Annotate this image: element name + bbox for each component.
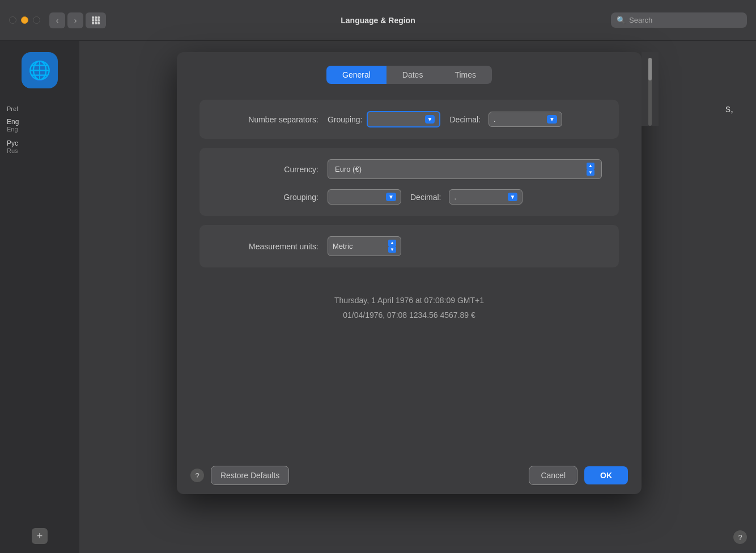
number-separators-section: Number separators: Grouping: ▼ Decimal: … [199, 100, 619, 139]
decimal-label: Decimal: [449, 115, 480, 124]
tab-times[interactable]: Times [439, 66, 492, 84]
main-area: 🌐 Pref Eng Eng Pyc Rus + s, General Date… [0, 41, 756, 553]
maximize-button[interactable] [33, 16, 40, 24]
nav-buttons: ‹ › [49, 12, 83, 28]
currency-value: Euro (€) [335, 165, 583, 173]
preview-line1: Thursday, 1 April 1976 at 07:08:09 GMT+1 [199, 293, 619, 308]
bottom-help: ? [733, 530, 747, 544]
currency-section: Currency: Euro (€) ▲ ▼ Grouping: [199, 148, 619, 216]
sidebar-list: Pref Eng Eng Pyc Rus [0, 103, 79, 158]
dialog-footer: ? Restore Defaults Cancel OK [177, 457, 642, 494]
cancel-button[interactable]: Cancel [529, 466, 577, 485]
sidebar-section-title: Pref [0, 103, 79, 114]
window-controls [9, 16, 40, 24]
language-region-dialog: General Dates Times Number separators: G… [177, 52, 642, 494]
currency-decimal-label: Decimal: [410, 193, 441, 202]
help-button[interactable]: ? [190, 469, 204, 482]
scrollbar-thumb[interactable] [648, 58, 652, 80]
svg-rect-7 [95, 22, 97, 24]
search-bar[interactable]: 🔍 [611, 12, 747, 28]
svg-rect-2 [97, 16, 100, 19]
app-icon: 🌐 [22, 52, 58, 88]
number-separators-label: Number separators: [216, 115, 318, 124]
right-panel [642, 52, 659, 126]
ok-button[interactable]: OK [584, 466, 628, 484]
svg-rect-4 [95, 19, 97, 22]
currency-grouping-label: Grouping: [216, 193, 318, 202]
grouping-label: Grouping: [328, 115, 362, 124]
decimal-dropdown[interactable]: . ▼ [489, 112, 562, 127]
tab-general[interactable]: General [326, 66, 387, 84]
search-input[interactable] [629, 16, 741, 24]
preview-section: Thursday, 1 April 1976 at 07:08:09 GMT+1… [199, 276, 619, 327]
scrollbar-track[interactable] [648, 58, 652, 126]
search-icon: 🔍 [617, 16, 626, 24]
add-language-button[interactable]: + [32, 528, 48, 544]
currency-label: Currency: [216, 165, 318, 174]
minimize-button[interactable] [21, 16, 28, 24]
list-item[interactable]: Pyc Rus [0, 136, 79, 158]
window-title: Language & Region [341, 16, 415, 25]
measurement-section: Measurement units: Metric ▲ ▼ [199, 225, 619, 267]
svg-rect-6 [92, 22, 94, 24]
svg-rect-8 [97, 22, 100, 24]
list-item[interactable]: Eng Eng [0, 114, 79, 136]
grouping-arrow-icon: ▼ [425, 115, 435, 124]
measurement-row: Measurement units: Metric ▲ ▼ [216, 236, 602, 256]
preview-line2: 01/04/1976, 07:08 1234.56 4567.89 € [199, 308, 619, 322]
grouping-dropdown[interactable]: ▼ [367, 111, 440, 127]
svg-rect-3 [92, 19, 94, 22]
svg-rect-1 [95, 16, 97, 19]
measurement-stepper-icon: ▲ ▼ [388, 240, 396, 253]
tab-dates[interactable]: Dates [387, 66, 439, 84]
measurement-dropdown[interactable]: Metric ▲ ▼ [328, 236, 401, 256]
partial-text: s, [725, 103, 733, 115]
title-bar: ‹ › Language & Region 🔍 [0, 0, 756, 41]
forward-button[interactable]: › [67, 12, 83, 28]
currency-decimal-dropdown[interactable]: . ▼ [449, 189, 523, 205]
decimal-arrow-icon: ▼ [547, 115, 557, 124]
svg-rect-0 [92, 16, 94, 19]
sidebar: 🌐 Pref Eng Eng Pyc Rus + [0, 41, 79, 553]
currency-row: Currency: Euro (€) ▲ ▼ [216, 159, 602, 179]
number-separators-row: Number separators: Grouping: ▼ Decimal: … [216, 111, 602, 127]
grid-button[interactable] [86, 12, 106, 28]
currency-decimal-arrow-icon: ▼ [508, 193, 518, 201]
dialog-content: General Dates Times Number separators: G… [177, 52, 642, 457]
currency-grouping-row: Grouping: ▼ Decimal: . ▼ [216, 189, 602, 205]
currency-dropdown[interactable]: Euro (€) ▲ ▼ [328, 159, 602, 179]
currency-grouping-arrow-icon: ▼ [386, 193, 396, 201]
decimal-value: . [494, 115, 543, 124]
tab-bar: General Dates Times [199, 66, 619, 84]
dialog-area: s, General Dates Times Number separators… [79, 41, 756, 553]
restore-defaults-button[interactable]: Restore Defaults [211, 466, 289, 485]
currency-decimal-value: . [454, 193, 504, 201]
back-button[interactable]: ‹ [49, 12, 65, 28]
currency-grouping-dropdown[interactable]: ▼ [328, 189, 401, 205]
measurement-value: Metric [333, 242, 385, 250]
svg-rect-5 [97, 19, 100, 22]
currency-stepper-icon: ▲ ▼ [587, 163, 594, 176]
close-button[interactable] [9, 16, 16, 24]
bottom-help-button[interactable]: ? [733, 530, 747, 544]
measurement-label: Measurement units: [216, 242, 318, 251]
